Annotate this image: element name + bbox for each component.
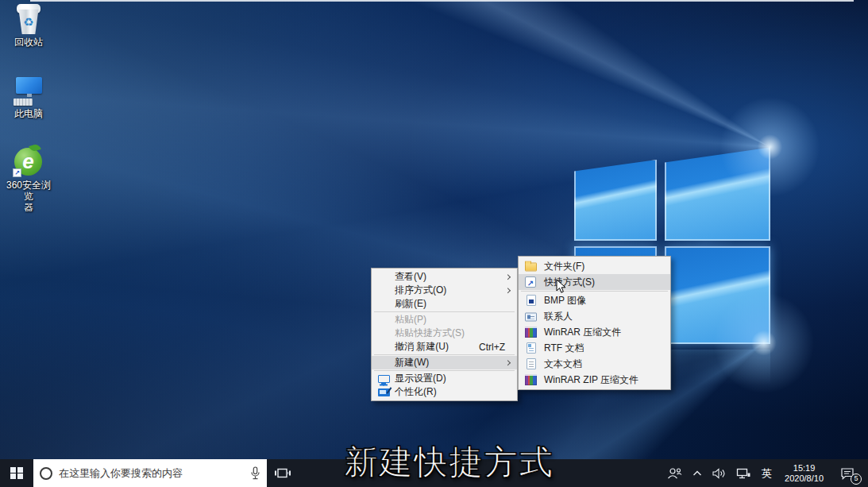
context-menu-item-undo-new[interactable]: 撤消 新建(U)Ctrl+Z xyxy=(372,340,517,354)
recycle-bin-body: ♻ xyxy=(18,10,39,34)
menu-item-label: 个性化(R) xyxy=(395,385,437,399)
new-submenu-item-shortcut[interactable]: 快捷方式(S) xyxy=(519,274,670,290)
display-icon xyxy=(378,375,390,383)
start-button[interactable] xyxy=(0,459,33,487)
menu-item-label: WinRAR ZIP 压缩文件 xyxy=(544,373,638,387)
context-menu-item-new[interactable]: 新建(W) xyxy=(372,356,517,369)
menu-item-label: 快捷方式(S) xyxy=(544,276,595,289)
taskbar-search-box[interactable] xyxy=(33,459,267,487)
new-submenu-item-folder[interactable]: 文件夹(F) xyxy=(519,258,670,274)
submenu-arrow-icon xyxy=(505,288,511,293)
context-menu: 查看(V)排序方式(O)刷新(E)粘贴(P)粘贴快捷方式(S)撤消 新建(U)C… xyxy=(371,268,518,401)
new-submenu: 文件夹(F)快捷方式(S)BMP 图像联系人WinRAR 压缩文件RTF 文档文… xyxy=(518,256,671,390)
monitor-screen xyxy=(16,77,42,94)
submenu-arrow-icon xyxy=(505,274,511,280)
recycle-bin-icon: ♻ xyxy=(13,3,44,35)
menu-item-label: 粘贴(P) xyxy=(395,313,426,327)
desktop-icon-label: 360安全浏览 器 xyxy=(2,180,55,213)
keyboard xyxy=(14,99,33,106)
shortcut-overlay-icon: ↗ xyxy=(13,168,21,177)
menu-separator xyxy=(521,291,668,292)
menu-item-label: 新建(W) xyxy=(395,356,429,369)
network-icon[interactable] xyxy=(735,466,752,481)
new-submenu-item-bmp-image[interactable]: BMP 图像 xyxy=(519,292,670,308)
task-view-icon xyxy=(274,466,291,480)
context-menu-item-paste-shortcut: 粘贴快捷方式(S) xyxy=(372,327,517,340)
menu-item-label: 查看(V) xyxy=(395,270,426,284)
rtf-icon xyxy=(527,342,536,354)
personalize-icon xyxy=(378,388,390,396)
txt-icon xyxy=(527,358,536,369)
browser-letter: e xyxy=(22,149,33,174)
show-hidden-icons-chevron[interactable] xyxy=(691,469,704,478)
menu-item-label: BMP 图像 xyxy=(544,294,586,307)
desktop-icon-label: 此电脑 xyxy=(2,108,55,119)
monitor-stand xyxy=(27,94,32,97)
search-input[interactable] xyxy=(59,467,244,479)
new-submenu-item-winrar-zip-archive[interactable]: WinRAR ZIP 压缩文件 xyxy=(519,372,670,388)
desktop-icon-360-browser[interactable]: e ↗ 360安全浏览 器 xyxy=(2,146,55,213)
folder-icon xyxy=(525,263,537,272)
winrar-icon xyxy=(525,374,537,385)
windows-start-icon xyxy=(10,467,23,480)
submenu-arrow-icon xyxy=(505,360,511,365)
menu-item-label: 联系人 xyxy=(544,310,573,323)
top-edge-line xyxy=(30,0,854,2)
new-submenu-item-winrar-archive[interactable]: WinRAR 压缩文件 xyxy=(519,324,670,340)
menu-item-label: 粘贴快捷方式(S) xyxy=(395,327,465,340)
menu-item-shortcut: Ctrl+Z xyxy=(479,342,509,353)
mouse-cursor xyxy=(556,279,567,295)
menu-separator xyxy=(374,370,515,371)
language-indicator[interactable]: 英 xyxy=(759,466,774,481)
new-submenu-item-rtf-document[interactable]: RTF 文档 xyxy=(519,340,670,356)
context-menu-item-paste: 粘贴(P) xyxy=(372,313,517,327)
menu-item-label: 排序方式(O) xyxy=(395,284,446,297)
clock-time: 15:19 xyxy=(785,463,824,473)
context-menu-item-view[interactable]: 查看(V) xyxy=(372,270,517,284)
menu-item-label: 刷新(E) xyxy=(395,297,426,311)
action-center-button[interactable]: 5 xyxy=(839,466,860,481)
task-view-button[interactable] xyxy=(267,459,299,487)
system-tray: 英 15:19 2020/8/10 5 xyxy=(665,459,868,487)
menu-item-label: 文件夹(F) xyxy=(544,260,584,273)
recycle-symbol: ♻ xyxy=(23,16,33,28)
contact-icon xyxy=(525,313,537,322)
microphone-icon[interactable] xyxy=(250,466,260,481)
new-submenu-item-text-document[interactable]: 文本文档 xyxy=(519,356,670,372)
360-browser-icon: e ↗ xyxy=(13,146,44,178)
video-caption: 新建快捷方式 xyxy=(345,440,554,485)
volume-icon[interactable] xyxy=(711,466,727,481)
menu-item-label: 文本文档 xyxy=(544,358,582,371)
winrar-icon xyxy=(525,327,537,338)
desktop-icon-recycle-bin[interactable]: ♻ 回收站 xyxy=(2,3,55,48)
desktop-icon-this-pc[interactable]: 此电脑 xyxy=(2,75,55,119)
menu-separator xyxy=(374,354,515,355)
clock-date: 2020/8/10 xyxy=(785,473,824,484)
new-submenu-item-contact[interactable]: 联系人 xyxy=(519,308,670,324)
notification-count-badge: 5 xyxy=(851,473,862,485)
menu-item-label: RTF 文档 xyxy=(544,342,584,355)
menu-separator xyxy=(374,311,515,312)
clock[interactable]: 15:19 2020/8/10 xyxy=(781,463,827,484)
menu-item-label: WinRAR 压缩文件 xyxy=(544,326,621,339)
context-menu-item-sort-by[interactable]: 排序方式(O) xyxy=(372,284,517,297)
bmp-icon xyxy=(527,295,536,306)
screen: ♻ 回收站 此电脑 e ↗ 360安全浏览 器 查看(V)排序方 xyxy=(0,0,868,487)
shortcut-icon xyxy=(525,276,536,288)
context-menu-item-personalize[interactable]: 个性化(R) xyxy=(372,385,517,399)
desktop-icon-label: 回收站 xyxy=(2,37,55,48)
menu-item-label: 显示设置(D) xyxy=(395,372,446,385)
menu-item-label: 撤消 新建(U) xyxy=(395,340,449,354)
context-menu-item-refresh[interactable]: 刷新(E) xyxy=(372,297,517,311)
cortana-circle-icon xyxy=(40,467,52,480)
context-menu-item-display-settings[interactable]: 显示设置(D) xyxy=(372,372,517,385)
people-icon[interactable] xyxy=(665,466,684,481)
this-pc-icon xyxy=(13,75,44,106)
